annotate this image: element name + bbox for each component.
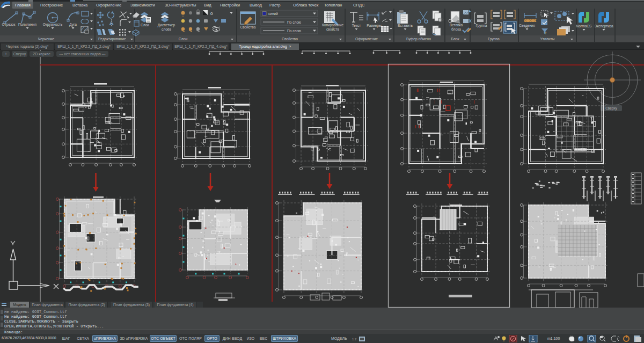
svg-text:Слои: Слои [179,37,188,41]
svg-text:Черчение: Черчение [38,37,55,41]
svg-text:Свойства: Свойства [282,37,298,41]
svg-text:Текст: Текст [352,24,361,27]
svg-text:блока: блока [451,27,461,31]
svg-text:синий: синий [268,12,278,16]
svg-text:Группа: Группа [476,24,487,28]
svg-text:Сверху: Сверху [605,106,617,111]
svg-text:Буфер обмена: Буфер обмена [406,37,431,41]
svg-text:Полилиния: Полилиния [18,23,37,26]
svg-text:Дуга: Дуга [69,23,77,27]
svg-text:Вставка: Вставка [450,23,463,27]
svg-text:0: 0 [210,11,213,16]
svg-text:По слою: По слою [287,29,301,33]
svg-text:Слои: Слои [141,23,149,27]
svg-text:Группа: Группа [488,37,500,41]
svg-text:Экспертиза: Экспертиза [594,24,613,28]
svg-text:Размеры: Размеры [367,24,382,28]
svg-text:1:2: 1:2 [352,338,357,341]
svg-text:f: f [545,31,546,35]
svg-text:NormaCS: NormaCS [576,24,592,28]
svg-text:Блок: Блок [451,37,459,41]
svg-text:Отрезок: Отрезок [2,23,16,27]
svg-text:Окружность: Окружность [43,23,63,27]
svg-text:Диспетчер: Диспетчер [158,23,175,27]
svg-text:слоёв: слоёв [162,27,172,31]
svg-text:Копирование: Копирование [322,23,344,27]
svg-text:Сведения: Сведения [519,24,536,28]
svg-text:Редактирование: Редактирование [98,37,126,41]
svg-text:Вставить: Вставить [398,24,413,27]
svg-text:По слою: По слою [287,20,301,24]
svg-text:Свойства: Свойства [240,25,256,29]
svg-text:Оформление: Оформление [355,37,378,41]
svg-text:свойств: свойств [326,27,339,31]
svg-text:Утилиты: Утилиты [540,37,555,41]
